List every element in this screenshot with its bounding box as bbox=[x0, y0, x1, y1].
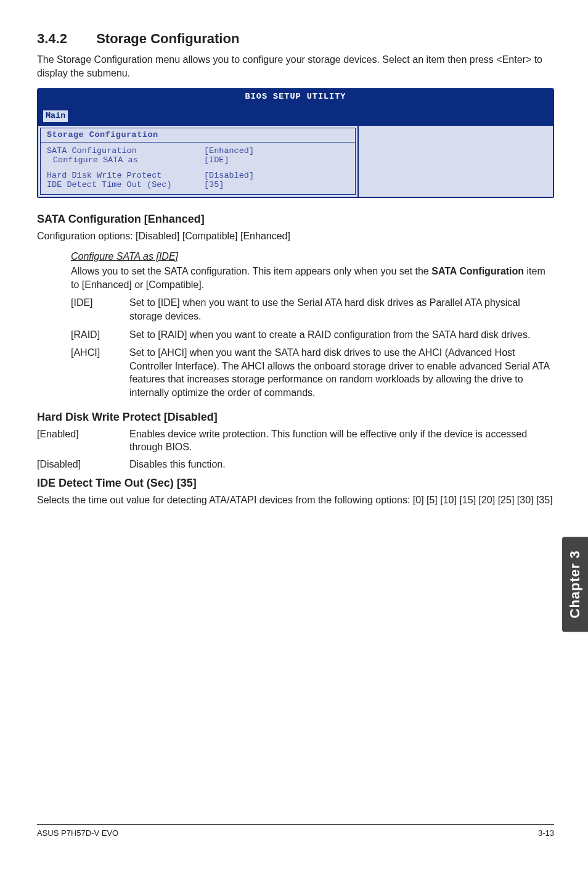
option-value: Set to [RAID] when you want to create a … bbox=[129, 328, 554, 347]
option-key: [RAID] bbox=[71, 328, 129, 347]
option-key: [IDE] bbox=[71, 296, 129, 328]
bios-row-gap bbox=[47, 165, 351, 171]
configure-sata-as-heading: Configure SATA as [IDE] bbox=[71, 251, 554, 262]
sata-configuration-heading: SATA Configuration [Enhanced] bbox=[37, 213, 554, 226]
option-value: Set to [AHCI] when you want the SATA har… bbox=[129, 346, 554, 404]
section-heading: 3.4.2 Storage Configuration bbox=[37, 31, 554, 47]
hdwp-enabled-row: [Enabled] Enables device write protectio… bbox=[37, 427, 554, 458]
bios-tab-main: Main bbox=[43, 110, 68, 122]
bios-title-bar: BIOS SETUP UTILITY Main bbox=[38, 89, 553, 125]
footer-product: ASUS P7H57D-V EVO bbox=[37, 828, 118, 838]
ide-detect-heading: IDE Detect Time Out (Sec) [35] bbox=[37, 477, 554, 490]
bios-key: IDE Detect Time Out (Sec) bbox=[47, 180, 204, 189]
hdwp-disabled-row: [Disabled] Disables this function. bbox=[37, 458, 554, 475]
bios-row-sata-configuration: SATA Configuration [Enhanced] bbox=[47, 146, 351, 155]
def-key: [Enabled] bbox=[37, 427, 129, 458]
bios-screenshot: BIOS SETUP UTILITY Main Storage Configur… bbox=[37, 88, 554, 197]
intro-paragraph: The Storage Configuration menu allows yo… bbox=[37, 53, 554, 80]
chapter-side-tab: Chapter 3 bbox=[562, 537, 588, 632]
sata-options-table: [IDE] Set to [IDE] when you want to use … bbox=[71, 296, 554, 404]
bios-value: [Enhanced] bbox=[204, 146, 254, 155]
option-ahci: [AHCI] Set to [AHCI] when you want the S… bbox=[71, 346, 554, 404]
bios-value: [35] bbox=[204, 180, 224, 189]
bios-value: [Disabled] bbox=[204, 171, 254, 180]
bios-right-pane bbox=[359, 126, 553, 197]
bios-subpanel: Storage Configuration SATA Configuration… bbox=[40, 128, 356, 195]
bios-rows: SATA Configuration [Enhanced] Configure … bbox=[41, 145, 355, 194]
footer-page-number: 3-13 bbox=[538, 828, 554, 838]
option-ide: [IDE] Set to [IDE] when you want to use … bbox=[71, 296, 554, 328]
configure-sata-as-block: Configure SATA as [IDE] Allows you to se… bbox=[37, 251, 554, 404]
sata-configuration-options-line: Configuration options: [Disabled] [Compa… bbox=[37, 229, 554, 243]
bios-key: SATA Configuration bbox=[47, 146, 204, 155]
hdwp-def-table: [Enabled] Enables device write protectio… bbox=[37, 427, 554, 475]
option-raid: [RAID] Set to [RAID] when you want to cr… bbox=[71, 328, 554, 347]
def-key: [Disabled] bbox=[37, 458, 129, 475]
hard-disk-write-protect-heading: Hard Disk Write Protect [Disabled] bbox=[37, 411, 554, 424]
page-footer: ASUS P7H57D-V EVO 3-13 bbox=[37, 824, 554, 838]
page-container: 3.4.2 Storage Configuration The Storage … bbox=[0, 0, 588, 851]
desc-part-bold: SATA Configuration bbox=[431, 266, 524, 276]
option-key: [AHCI] bbox=[71, 346, 129, 404]
bios-panel-title: Storage Configuration bbox=[41, 128, 355, 141]
bios-key: Hard Disk Write Protect bbox=[47, 171, 204, 180]
section-number: 3.4.2 bbox=[37, 31, 92, 47]
desc-part-a: Allows you to set the SATA configuration… bbox=[71, 266, 431, 276]
bios-left-pane: Storage Configuration SATA Configuration… bbox=[38, 126, 359, 197]
bios-value: [IDE] bbox=[204, 155, 229, 165]
bios-key: Configure SATA as bbox=[47, 155, 204, 165]
bios-utility-title: BIOS SETUP UTILITY bbox=[245, 92, 346, 102]
bios-body: Storage Configuration SATA Configuration… bbox=[38, 126, 553, 197]
option-value: Set to [IDE] when you want to use the Se… bbox=[129, 296, 554, 328]
bios-separator bbox=[41, 142, 355, 142]
def-value: Disables this function. bbox=[129, 458, 554, 475]
def-value: Enables device write protection. This fu… bbox=[129, 427, 554, 458]
ide-detect-body: Selects the time out value for detecting… bbox=[37, 493, 554, 507]
configure-sata-as-desc: Allows you to set the SATA configuration… bbox=[71, 265, 554, 291]
bios-row-hard-disk-write-protect: Hard Disk Write Protect [Disabled] bbox=[47, 171, 351, 180]
bios-row-ide-detect-time-out: IDE Detect Time Out (Sec) [35] bbox=[47, 180, 351, 189]
bios-row-configure-sata-as: Configure SATA as [IDE] bbox=[47, 155, 351, 165]
section-title: Storage Configuration bbox=[96, 31, 239, 46]
